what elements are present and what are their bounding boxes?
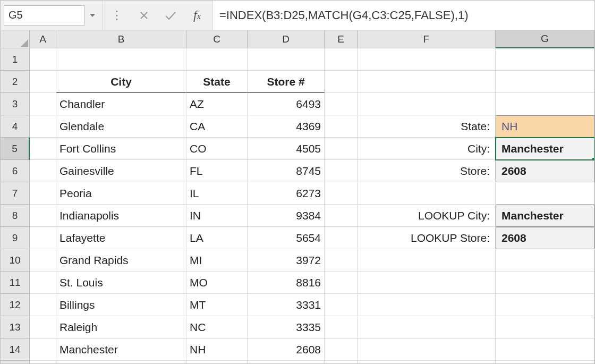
col-header-B[interactable]: B [56,30,186,48]
cell-E1[interactable] [325,48,358,71]
cell-G2[interactable] [496,71,594,93]
cell-C3[interactable]: AZ [186,93,248,115]
cell-B5[interactable]: Fort Collins [56,138,186,160]
cell-A13[interactable] [30,316,56,338]
enter-button[interactable] [157,1,184,30]
cell-B6[interactable]: Gainesville [56,160,186,182]
cell-F14[interactable] [358,338,496,361]
cell-A3[interactable] [30,93,56,115]
cell-C12[interactable]: MT [186,294,248,316]
cell-C10[interactable]: MI [186,249,248,272]
cell-B10[interactable]: Grand Rapids [56,249,186,272]
row-header-8[interactable]: 8 [1,205,30,227]
cell-G6[interactable]: 2608 [496,160,594,182]
cell-C14[interactable]: NH [186,338,248,361]
cell-F4[interactable]: State: [358,115,496,138]
cell-B13[interactable]: Raleigh [56,316,186,338]
cell-A15[interactable] [30,361,56,363]
cell-D4[interactable]: 4369 [248,115,325,138]
cell-G15[interactable] [496,361,594,363]
cell-F8[interactable]: LOOKUP City: [358,205,496,227]
col-header-E[interactable]: E [325,30,358,48]
cell-D2[interactable]: Store # [248,71,325,93]
cell-B15[interactable]: Elizabeth [56,361,186,363]
cell-G11[interactable] [496,272,594,294]
cell-F13[interactable] [358,316,496,338]
cell-F12[interactable] [358,294,496,316]
cell-B7[interactable]: Peoria [56,182,186,205]
cell-C15[interactable]: NJ [186,361,248,363]
cell-A9[interactable] [30,227,56,249]
cell-C4[interactable]: CA [186,115,248,138]
row-header-15[interactable]: 15 [1,361,30,363]
col-header-D[interactable]: D [248,30,325,48]
cell-E8[interactable] [325,205,358,227]
cell-G13[interactable] [496,316,594,338]
cell-E5[interactable] [325,138,358,160]
cell-E3[interactable] [325,93,358,115]
cell-G3[interactable] [496,93,594,115]
row-header-13[interactable]: 13 [1,316,30,338]
row-header-9[interactable]: 9 [1,227,30,249]
cell-F7[interactable] [358,182,496,205]
cell-A5[interactable] [30,138,56,160]
worksheet-grid[interactable]: A B C D E F G 1 2 Ci [1,30,594,363]
cell-D13[interactable]: 3335 [248,316,325,338]
cell-G5[interactable]: Manchester [496,138,594,160]
cell-C13[interactable]: NC [186,316,248,338]
row-header-4[interactable]: 4 [1,115,30,138]
cell-D10[interactable]: 3972 [248,249,325,272]
name-box[interactable]: G5 [4,5,84,26]
col-header-G[interactable]: G [496,30,594,48]
row-header-12[interactable]: 12 [1,294,30,316]
formula-input[interactable]: =INDEX(B3:D25,MATCH(G4,C3:C25,FALSE),1) [212,1,594,30]
cell-E9[interactable] [325,227,358,249]
cell-G10[interactable] [496,249,594,272]
cell-D1[interactable] [248,48,325,71]
row-header-5[interactable]: 5 [1,138,30,160]
cell-C2[interactable]: State [186,71,248,93]
col-header-A[interactable]: A [30,30,56,48]
cell-C6[interactable]: FL [186,160,248,182]
cell-B2[interactable]: City [56,71,186,93]
cell-A11[interactable] [30,272,56,294]
cell-D14[interactable]: 2608 [248,338,325,361]
cell-C8[interactable]: IN [186,205,248,227]
cell-E7[interactable] [325,182,358,205]
cell-C5[interactable]: CO [186,138,248,160]
row-header-2[interactable]: 2 [1,71,30,93]
name-box-dropdown[interactable] [87,5,98,26]
row-header-7[interactable]: 7 [1,182,30,205]
cell-E12[interactable] [325,294,358,316]
cell-B9[interactable]: Lafayette [56,227,186,249]
cell-A10[interactable] [30,249,56,272]
cell-B4[interactable]: Glendale [56,115,186,138]
cell-F1[interactable] [358,48,496,71]
cell-D15[interactable]: 4122 [248,361,325,363]
cell-G4[interactable]: NH [496,115,594,138]
row-header-11[interactable]: 11 [1,272,30,294]
cell-C9[interactable]: LA [186,227,248,249]
cell-A12[interactable] [30,294,56,316]
cell-B14[interactable]: Manchester [56,338,186,361]
cell-G9[interactable]: 2608 [496,227,594,249]
cell-A2[interactable] [30,71,56,93]
row-header-6[interactable]: 6 [1,160,30,182]
cell-G1[interactable] [496,48,594,71]
cell-B11[interactable]: St. Louis [56,272,186,294]
cell-F9[interactable]: LOOKUP Store: [358,227,496,249]
cell-G8[interactable]: Manchester [496,205,594,227]
row-header-10[interactable]: 10 [1,249,30,272]
cell-B8[interactable]: Indianapolis [56,205,186,227]
cell-D6[interactable]: 8745 [248,160,325,182]
insert-function-button[interactable]: fx [184,1,210,30]
cell-A8[interactable] [30,205,56,227]
select-all-button[interactable] [1,30,30,48]
cell-C1[interactable] [186,48,248,71]
col-header-C[interactable]: C [186,30,248,48]
fill-handle[interactable] [592,157,594,160]
cell-D8[interactable]: 9384 [248,205,325,227]
cell-E15[interactable] [325,361,358,363]
cell-D5[interactable]: 4505 [248,138,325,160]
cell-G12[interactable] [496,294,594,316]
